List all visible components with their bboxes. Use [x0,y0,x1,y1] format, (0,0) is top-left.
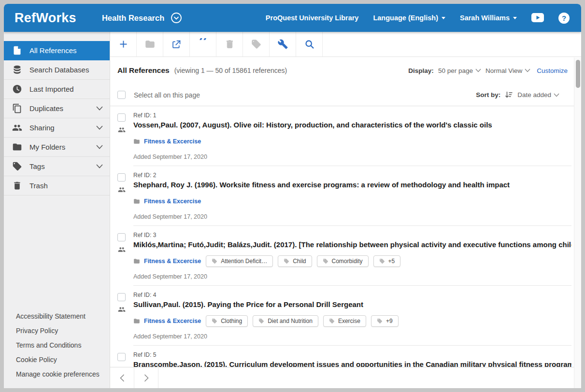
previous-page-button[interactable] [110,367,134,388]
reference-row: Ref ID: 1 Vossen,Paul. (2007, August). O… [110,106,581,166]
folder-name: Fitness & Excercise [144,318,201,324]
reference-title[interactable]: Shephard, Roy J. (1996). Worksite fitnes… [133,180,571,190]
add-reference-button[interactable] [110,32,137,56]
reference-toolbar [110,32,581,57]
assign-to-folder-button[interactable] [137,32,163,56]
folder-icon [133,138,140,145]
reference-list: Ref ID: 1 Vossen,Paul. (2007, August). O… [110,106,581,367]
sidebar-item-all-references[interactable]: All References [4,41,110,60]
app-header: RefWorks Health Research ProQuest Univer… [4,4,581,32]
view-mode-dropdown[interactable]: Normal View [485,67,530,74]
reference-checkbox[interactable] [117,293,126,301]
sort-direction-icon[interactable] [505,91,513,99]
link-privacy-policy[interactable]: Privacy Policy [16,323,110,338]
language-menu[interactable]: Language (English) [373,14,445,22]
date-added: Added September 17, 2020 [133,213,571,220]
database-icon [12,65,22,75]
date-added: Added September 17, 2020 [133,154,571,160]
tag-pill[interactable]: Clothing [206,315,248,327]
sidebar-item-label: Sharing [29,124,55,132]
plus-icon [118,39,128,49]
sidebar-item-duplicates[interactable]: Duplicates [4,99,110,118]
youtube-button[interactable] [531,13,544,23]
tag-pill[interactable]: Exercise [323,315,366,327]
folder-icon [133,258,140,265]
delete-button[interactable] [216,32,243,56]
link-cookie-policy[interactable]: Cookie Policy [16,352,110,367]
create-bibliography-button[interactable] [190,32,216,56]
trash-icon [12,181,22,191]
tag-pill[interactable]: +9 [371,315,399,327]
link-manage-cookie-preferences[interactable]: Manage cookie preferences [16,367,110,381]
main-panel: All References (viewing 1 — 50 of 15861 … [110,32,581,388]
folder-chip[interactable]: Fitness & Excercise [133,258,201,265]
folder-chip[interactable]: Fitness & Excercise [133,198,201,205]
pagination-bar [110,367,581,388]
help-icon [558,13,570,24]
folder-chip[interactable]: Fitness & Excercise [133,138,201,145]
customize-link[interactable]: Customize [537,67,568,74]
tag-pill[interactable]: Child [278,255,312,267]
sidebar-item-label: Trash [29,182,48,190]
sidebar-footer: Accessibility Statement Privacy Policy T… [4,309,110,388]
tag-icon [379,258,385,264]
sidebar-item-sharing[interactable]: Sharing [4,118,110,138]
project-name: Health Research [102,14,164,23]
reference-id: Ref ID: 3 [133,232,571,238]
sidebar-item-label: All References [29,46,77,55]
tag-icon [212,258,217,264]
next-page-button[interactable] [134,367,158,388]
tag-pill[interactable]: +5 [373,255,401,267]
vertical-scrollbar[interactable] [574,57,581,388]
select-all-checkbox[interactable] [117,91,126,99]
folder-name: Fitness & Excercise [144,258,201,265]
tag-label: Diet and Nutrition [268,318,313,324]
reference-checkbox[interactable] [117,233,126,241]
tag-list: Attention Deficit… Child Comorbidity +5 [206,255,400,267]
project-selector[interactable]: Health Research [102,12,182,24]
folder-icon [133,318,140,324]
sidebar-item-trash[interactable]: Trash [4,176,110,196]
add-tags-button[interactable] [243,32,270,56]
reference-checkbox[interactable] [117,353,126,361]
user-menu[interactable]: Sarah Williams [460,14,517,22]
quote-icon [198,38,208,51]
sidebar-item-last-imported[interactable]: Last Imported [4,80,110,99]
tag-label: Comorbidity [332,258,363,265]
share-button[interactable] [163,32,190,56]
link-accessibility-statement[interactable]: Accessibility Statement [16,309,110,323]
authors-icon [118,306,126,313]
tag-label: Child [293,258,306,265]
tools-button[interactable] [270,32,296,56]
sidebar-item-label: Search Databases [29,66,89,74]
tag-pill[interactable]: Attention Deficit… [206,255,273,267]
search-button[interactable] [296,32,323,56]
tag-pill[interactable]: Diet and Nutrition [253,315,318,327]
sidebar-item-tags[interactable]: Tags [4,157,110,176]
date-added: Added September 17, 2020 [133,273,571,280]
sidebar-item-search-databases[interactable]: Search Databases [4,60,110,80]
tag-icon [12,161,22,171]
help-button[interactable] [558,13,570,24]
tag-icon [323,258,328,264]
sidebar-item-my-folders[interactable]: My Folders [4,138,110,157]
chevron-down-icon [96,126,103,130]
folder-chip[interactable]: Fitness & Excercise [133,318,201,324]
reference-title[interactable]: Vossen,Paul. (2007, August). Olive oil: … [133,120,571,130]
tag-pill[interactable]: Comorbidity [317,255,369,267]
sort-field-dropdown[interactable]: Date added [517,91,559,98]
reference-title[interactable]: Branscombe,Jason. (2015). Curriculum dev… [133,360,571,367]
chevron-down-icon [475,69,481,72]
link-terms-and-conditions[interactable]: Terms and Conditions [16,338,110,352]
per-page-dropdown[interactable]: 50 per page [438,67,481,74]
scrollbar-thumb[interactable] [576,60,580,88]
reference-checkbox[interactable] [117,173,126,182]
tag-list: Clothing Diet and Nutrition Exercise +9 [206,315,398,327]
reference-title[interactable]: Miklós,Martina; Futó,Judit; Balázs,Judit… [133,240,571,250]
library-name: ProQuest University Library [266,14,359,22]
reference-id: Ref ID: 2 [133,172,571,179]
reference-title[interactable]: Sullivan,Paul. (2015). Paying the Price … [133,300,571,309]
reference-checkbox[interactable] [117,113,126,122]
refworks-window: RefWorks Health Research ProQuest Univer… [4,4,581,388]
refworks-logo: RefWorks [14,11,76,26]
